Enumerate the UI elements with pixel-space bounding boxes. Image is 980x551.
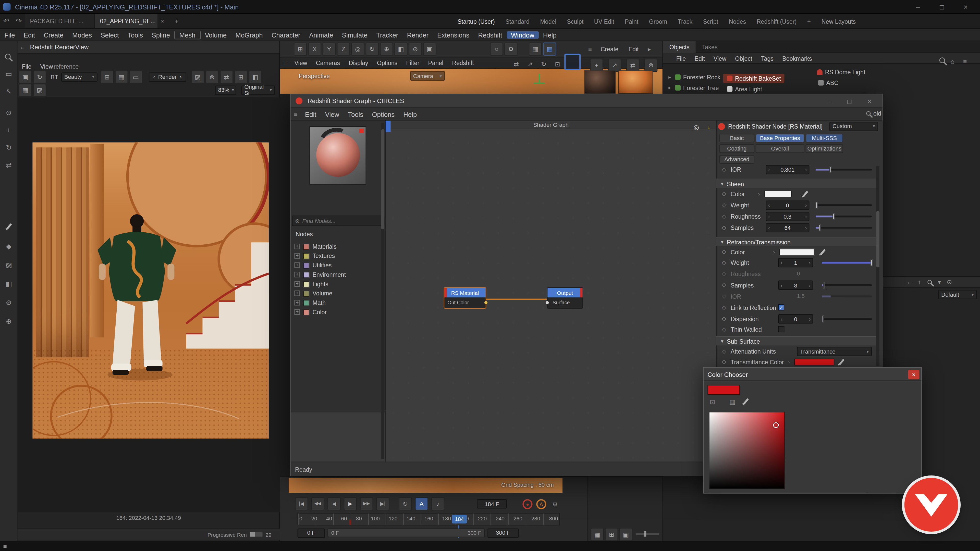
object-row-redshift-bakeset[interactable]: Redshift BakeSet	[723, 74, 784, 83]
autokey-record-button[interactable]: A	[536, 499, 546, 509]
tab-objects[interactable]: Objects	[663, 41, 696, 53]
thin-walled-checkbox[interactable]	[778, 326, 784, 332]
quantize-icon[interactable]: ▣	[423, 43, 436, 56]
node-category-textures[interactable]: +Textures	[294, 251, 335, 260]
shader-window-titlebar[interactable]: Redshift Shader Graph - CIRCLES – □ ×	[291, 94, 883, 108]
node-rs-material[interactable]: RS Material Out Color	[444, 287, 487, 309]
key-icon[interactable]: ◇	[722, 348, 726, 354]
preset-dropdown[interactable]: Custom▾	[829, 121, 878, 131]
redo-icon[interactable]: ↷	[13, 15, 25, 27]
expand-icon[interactable]: ▸	[667, 72, 673, 82]
om-menu-bookmarks[interactable]: Bookmarks	[778, 55, 816, 62]
menu-help[interactable]: Help	[539, 31, 561, 38]
menu-mesh[interactable]: Mesh	[174, 30, 200, 39]
key-icon[interactable]: ◇	[722, 202, 726, 208]
node-category-volume[interactable]: +Volume	[294, 289, 332, 298]
keying-gear-icon[interactable]: ⚙	[550, 499, 560, 509]
region-icon[interactable]: ▭	[129, 70, 142, 83]
expand-icon[interactable]: ⇄	[220, 70, 233, 83]
tab-overall[interactable]: Overall	[756, 144, 804, 152]
key-icon[interactable]: ◇	[722, 293, 726, 299]
ior-slider[interactable]	[816, 168, 872, 170]
key-icon[interactable]: ◇	[722, 259, 726, 265]
titlebar[interactable]: Cinema 4D R25.117 - [02_APPLYING_REDSHIF…	[0, 0, 980, 14]
vp-menu-cameras[interactable]: Cameras	[312, 59, 345, 66]
select-tool-icon[interactable]: ↖	[3, 85, 15, 97]
key-icon[interactable]: ◇	[722, 249, 726, 255]
goto-end-button[interactable]: ▶|	[376, 497, 389, 510]
key-icon[interactable]: ◇	[722, 316, 726, 322]
sv-field[interactable]	[709, 412, 785, 489]
dispersion-slider[interactable]	[822, 318, 872, 320]
renderview-header[interactable]: ← Redshift RenderView	[18, 41, 280, 54]
material-preview[interactable]	[309, 126, 366, 185]
layout-tab-standard[interactable]: Standard	[505, 18, 529, 25]
om-home-icon[interactable]: ⌂	[948, 56, 958, 66]
sheen-roughness-stepper[interactable]: ‹0.3›	[765, 212, 809, 221]
mat-grid-icon[interactable]: ▦	[590, 528, 604, 541]
chooser-resize-icon[interactable]: ⊡	[708, 397, 718, 407]
render-button[interactable]: ‹Render›	[148, 72, 186, 82]
play-button[interactable]: ▶	[344, 497, 357, 510]
layout-tab-startup[interactable]: Startup (User)	[458, 18, 495, 25]
menu-file[interactable]: File	[0, 31, 19, 38]
ior-stepper[interactable]: ‹0.801›	[765, 165, 809, 175]
key-icon[interactable]: ◇	[722, 359, 726, 365]
tab-basic[interactable]: Basic	[719, 133, 754, 142]
doc-tab-packaged[interactable]: PACKAGED FILE ...	[25, 14, 95, 28]
channel-dropdown[interactable]: Beauty▾	[61, 72, 97, 82]
rt-toggle[interactable]: RT	[51, 74, 58, 80]
brush-tool-icon[interactable]: ▨	[3, 259, 15, 271]
chooser-titlebar[interactable]: Color Chooser ×	[704, 368, 921, 381]
y-axis-button[interactable]: Y	[323, 43, 336, 56]
om-burger-icon[interactable]: ≡	[960, 56, 970, 66]
in-port[interactable]	[546, 301, 549, 304]
object-row-rs-dome-light[interactable]: RS Dome Light	[817, 67, 865, 77]
preview-range-bar[interactable]: 0 F300 F	[328, 529, 485, 537]
layout-tab-redshift[interactable]: Redshift (User)	[757, 18, 797, 25]
snapshot2-icon[interactable]: ⊞	[234, 70, 247, 83]
back-icon[interactable]: ←	[18, 42, 27, 52]
refr-color-swatch[interactable]	[780, 249, 815, 256]
om-menu-object[interactable]: Object	[731, 55, 757, 62]
section-refraction[interactable]: ▼Refraction/Transmission	[716, 237, 877, 246]
om-menu-tags[interactable]: Tags	[757, 55, 778, 62]
expand-icon[interactable]: ▸	[667, 83, 673, 93]
snap-icon[interactable]: ⊕	[380, 43, 393, 56]
menu-spline[interactable]: Spline	[147, 31, 174, 38]
key-icon[interactable]: ◇	[722, 270, 726, 276]
next-key-button[interactable]: ▶▶	[360, 497, 373, 510]
material-thumb-dark[interactable]	[584, 70, 616, 94]
prev-key-button[interactable]: ◀◀	[311, 497, 325, 510]
layout-tab-model[interactable]: Model	[540, 18, 556, 25]
menu-mograph[interactable]: MoGraph	[231, 31, 267, 38]
trans-color-swatch[interactable]	[794, 359, 835, 365]
range-end-field[interactable]: 300 F	[487, 528, 519, 538]
object-row-forester-rock[interactable]: ▸ Forester Rock	[667, 73, 721, 82]
om-menu-edit[interactable]: Edit	[690, 55, 709, 62]
new-layouts-button[interactable]: New Layouts	[821, 18, 856, 25]
refresh-icon[interactable]: ↻	[33, 70, 46, 83]
canvas-import-icon[interactable]: ↓	[704, 122, 714, 132]
vp-menu-options[interactable]: Options	[372, 59, 402, 66]
timeline-ruler[interactable]: 0204060801001201401601802002202402602803…	[298, 513, 560, 526]
cluster-edit[interactable]: Edit	[624, 45, 643, 52]
progressive-icon[interactable]: ▨	[33, 83, 46, 97]
attr-scrollbar[interactable]	[876, 166, 879, 366]
sheen-color-swatch[interactable]	[764, 191, 792, 197]
key-icon[interactable]: ◇	[722, 213, 726, 219]
vp-menu-view[interactable]: View	[290, 59, 311, 66]
sheen-eyedropper-icon[interactable]	[804, 191, 806, 199]
bottom-burger-icon[interactable]: ≡	[0, 541, 10, 551]
node-category-color[interactable]: +Color	[294, 307, 327, 317]
tab-optimizations[interactable]: Optimizations	[806, 144, 843, 152]
sg-menu-edit[interactable]: Edit	[301, 110, 321, 118]
pan-view-icon[interactable]: ⇄	[511, 59, 521, 68]
coord-grid-icon[interactable]: ⊞	[294, 43, 307, 56]
viewport-burger-icon[interactable]: ≡	[280, 58, 290, 68]
live-select-icon[interactable]: ⊙	[3, 106, 15, 119]
lock-workplane-icon[interactable]: ⊘	[409, 43, 422, 56]
attenuation-dropdown[interactable]: Transmittance▾	[797, 347, 872, 356]
shader-close-button[interactable]: ×	[858, 94, 881, 108]
attr-up-icon[interactable]: ↑	[915, 277, 924, 287]
